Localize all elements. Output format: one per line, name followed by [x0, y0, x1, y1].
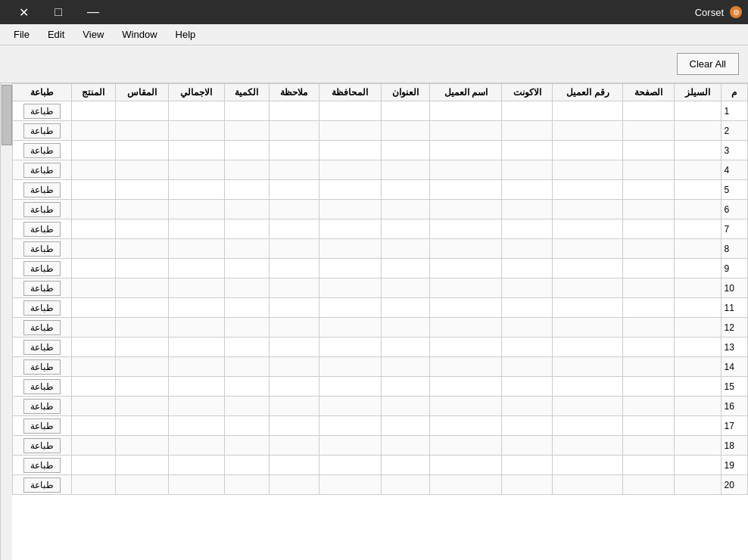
- scrollbar-track[interactable]: [0, 83, 12, 560]
- cell-product: [72, 141, 116, 160]
- cell-product: [72, 200, 116, 219]
- menu-help[interactable]: Help: [168, 26, 204, 43]
- print-button[interactable]: طباعة: [23, 478, 61, 493]
- cell-page: [623, 298, 674, 318]
- table-row: 6طباعة: [13, 200, 748, 219]
- cell-client-num: [553, 338, 623, 357]
- print-button[interactable]: طباعة: [23, 320, 61, 335]
- cell-address: [381, 180, 430, 200]
- cell-qty: [224, 141, 269, 160]
- print-button[interactable]: طباعة: [23, 300, 61, 316]
- cell-note: [269, 416, 319, 436]
- app-icon: ⚙: [730, 6, 742, 18]
- cell-size: [115, 141, 168, 160]
- cell-total: [168, 180, 224, 200]
- cell-print: طباعة: [13, 278, 72, 298]
- cell-account: [501, 180, 552, 200]
- close-button[interactable]: ✕: [6, 0, 41, 24]
- print-button[interactable]: طباعة: [23, 438, 61, 453]
- cell-qty: [224, 416, 269, 436]
- print-button[interactable]: طباعة: [23, 222, 61, 237]
- print-button[interactable]: طباعة: [23, 104, 61, 119]
- print-button[interactable]: طباعة: [23, 182, 61, 198]
- cell-sales: [674, 141, 721, 160]
- cell-page: [623, 338, 674, 357]
- cell-governorate: [319, 377, 381, 397]
- menu-window[interactable]: Window: [114, 26, 164, 43]
- table-row: 9طباعة: [13, 259, 748, 278]
- print-button[interactable]: طباعة: [23, 241, 61, 257]
- cell-size: [115, 377, 168, 397]
- cell-governorate: [319, 259, 381, 278]
- maximize-button[interactable]: □: [41, 0, 76, 24]
- cell-client-name: [430, 200, 502, 219]
- cell-print: طباعة: [13, 318, 72, 338]
- cell-client-name: [430, 219, 502, 239]
- cell-qty: [224, 219, 269, 239]
- cell-sales: [674, 357, 721, 377]
- cell-total: [168, 475, 224, 495]
- cell-client-name: [430, 298, 502, 318]
- cell-qty: [224, 456, 269, 475]
- menu-edit[interactable]: Edit: [40, 26, 72, 43]
- cell-row-num: 20: [721, 475, 747, 495]
- cell-address: [381, 239, 430, 259]
- menu-file[interactable]: File: [6, 26, 37, 43]
- cell-sales: [674, 475, 721, 495]
- cell-governorate: [319, 338, 381, 357]
- main-content: م السيلز الصفحة رقم العميل الاكونت اسم ا…: [0, 83, 748, 560]
- cell-qty: [224, 397, 269, 416]
- cell-product: [72, 298, 116, 318]
- print-button[interactable]: طباعة: [23, 359, 61, 375]
- cell-product: [72, 456, 116, 475]
- cell-account: [501, 416, 552, 436]
- cell-print: طباعة: [13, 101, 72, 121]
- print-button[interactable]: طباعة: [23, 458, 61, 473]
- table-row: 16طباعة: [13, 397, 748, 416]
- cell-qty: [224, 121, 269, 141]
- cell-note: [269, 318, 319, 338]
- print-button[interactable]: طباعة: [23, 143, 61, 158]
- cell-client-num: [553, 377, 623, 397]
- cell-size: [115, 278, 168, 298]
- menu-view[interactable]: View: [75, 26, 111, 43]
- cell-row-num: 4: [721, 160, 747, 180]
- cell-client-name: [430, 436, 502, 456]
- cell-governorate: [319, 456, 381, 475]
- print-button[interactable]: طباعة: [23, 123, 61, 138]
- table-row: 2طباعة: [13, 121, 748, 141]
- cell-sales: [674, 200, 721, 219]
- clear-all-button[interactable]: Clear All: [677, 53, 739, 75]
- cell-account: [501, 338, 552, 357]
- cell-note: [269, 475, 319, 495]
- print-button[interactable]: طباعة: [23, 281, 61, 296]
- col-qty: الكمية: [224, 84, 269, 101]
- cell-note: [269, 239, 319, 259]
- col-sales: السيلز: [674, 84, 721, 101]
- print-button[interactable]: طباعة: [23, 261, 61, 276]
- table-row: 4طباعة: [13, 160, 748, 180]
- print-button[interactable]: طباعة: [23, 202, 61, 217]
- cell-qty: [224, 475, 269, 495]
- scrollbar-thumb[interactable]: [2, 85, 12, 145]
- cell-print: طباعة: [13, 436, 72, 456]
- table-area[interactable]: م السيلز الصفحة رقم العميل الاكونت اسم ا…: [12, 83, 748, 560]
- cell-qty: [224, 200, 269, 219]
- cell-governorate: [319, 180, 381, 200]
- print-button[interactable]: طباعة: [23, 379, 61, 394]
- cell-total: [168, 278, 224, 298]
- cell-governorate: [319, 278, 381, 298]
- cell-sales: [674, 121, 721, 141]
- print-button[interactable]: طباعة: [23, 340, 61, 355]
- minimize-button[interactable]: —: [76, 0, 111, 24]
- cell-qty: [224, 298, 269, 318]
- print-button[interactable]: طباعة: [23, 163, 61, 178]
- cell-account: [501, 475, 552, 495]
- cell-total: [168, 416, 224, 436]
- print-button[interactable]: طباعة: [23, 418, 61, 434]
- cell-product: [72, 377, 116, 397]
- cell-client-num: [553, 436, 623, 456]
- print-button[interactable]: طباعة: [23, 399, 61, 414]
- cell-account: [501, 436, 552, 456]
- cell-qty: [224, 180, 269, 200]
